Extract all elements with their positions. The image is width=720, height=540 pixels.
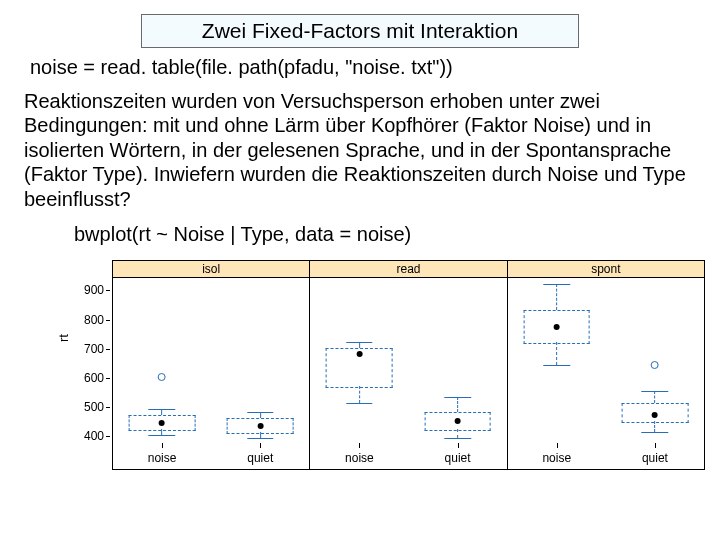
y-tick: 500 bbox=[76, 400, 104, 414]
outlier-point bbox=[158, 373, 166, 381]
y-tick: 700 bbox=[76, 342, 104, 356]
panel-strip: isolnoisequietreadnoisequietspontnoisequ… bbox=[112, 260, 704, 470]
median-dot bbox=[356, 351, 362, 357]
panel-x-axis: noisequiet bbox=[508, 443, 704, 469]
panel-body bbox=[113, 277, 309, 443]
panel-x-axis: noisequiet bbox=[113, 443, 309, 469]
x-tick-label: quiet bbox=[211, 443, 309, 469]
y-axis-label: rt bbox=[56, 334, 71, 342]
code-line-1: noise = read. table(file. path(pfadu, "n… bbox=[30, 56, 690, 79]
panel: spontnoisequiet bbox=[507, 260, 705, 470]
median-dot bbox=[455, 418, 461, 424]
body-paragraph: Reaktionszeiten wurden von Versuchsperso… bbox=[24, 89, 696, 211]
y-tick: 600 bbox=[76, 371, 104, 385]
x-tick-label: noise bbox=[113, 443, 211, 469]
boxplot bbox=[227, 277, 294, 445]
boxplot bbox=[622, 277, 689, 445]
panel-body bbox=[310, 277, 506, 443]
median-dot bbox=[652, 412, 658, 418]
boxplot bbox=[326, 277, 393, 445]
y-tick: 900 bbox=[76, 283, 104, 297]
x-tick-label: noise bbox=[310, 443, 408, 469]
slide: Zwei Fixed-Factors mit Interaktion noise… bbox=[0, 0, 720, 540]
panel: readnoisequiet bbox=[309, 260, 507, 470]
median-dot bbox=[554, 324, 560, 330]
panel-header: isol bbox=[113, 261, 309, 278]
slide-title: Zwei Fixed-Factors mit Interaktion bbox=[141, 14, 579, 48]
outlier-point bbox=[651, 361, 659, 369]
median-dot bbox=[257, 423, 263, 429]
x-tick-label: quiet bbox=[606, 443, 704, 469]
y-tick: 400 bbox=[76, 429, 104, 443]
panel-header: spont bbox=[508, 261, 704, 278]
boxplot bbox=[424, 277, 491, 445]
boxplot bbox=[129, 277, 196, 445]
y-axis-ticks: 400500600700800900 bbox=[76, 276, 104, 436]
boxplot bbox=[523, 277, 590, 445]
x-tick-label: noise bbox=[508, 443, 606, 469]
panel-header: read bbox=[310, 261, 506, 278]
y-tick: 800 bbox=[76, 313, 104, 327]
x-tick-label: quiet bbox=[409, 443, 507, 469]
boxplot-figure: rt 400500600700800900 isolnoisequietread… bbox=[64, 252, 704, 474]
median-dot bbox=[159, 420, 165, 426]
panel: isolnoisequiet bbox=[112, 260, 310, 470]
panel-body bbox=[508, 277, 704, 443]
panel-x-axis: noisequiet bbox=[310, 443, 506, 469]
code-line-2: bwplot(rt ~ Noise | Type, data = noise) bbox=[74, 223, 696, 246]
